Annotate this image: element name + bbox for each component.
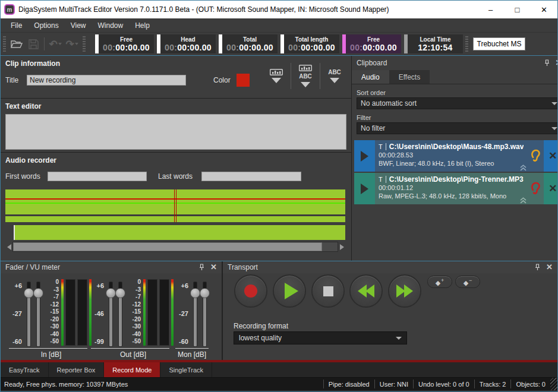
close-panel-icon[interactable]: ✕ (556, 59, 558, 67)
font-selector[interactable]: Trebuchet MS (473, 37, 525, 50)
scrollbar-track[interactable] (12, 242, 338, 252)
marker-plus-icon: ◆+ (436, 277, 444, 287)
ear-icon (531, 182, 541, 195)
save-button[interactable] (25, 36, 42, 52)
close-panel-icon[interactable]: ✕ (210, 264, 217, 271)
fast-forward-button[interactable] (388, 274, 421, 308)
toolbar-grip[interactable] (465, 36, 468, 52)
meter-bar (147, 279, 157, 346)
last-words-input[interactable] (201, 172, 301, 181)
clipboard-item[interactable]: T C:\Users\nin\Desktop\Ping-Trenner.MP3 … (354, 173, 558, 204)
waveform-track-1[interactable] (5, 189, 345, 214)
waveform-display[interactable] (5, 189, 345, 240)
remove-clip-button[interactable]: ✕ (544, 140, 558, 172)
menu-file[interactable]: File (5, 20, 27, 31)
playback-cursor[interactable] (174, 189, 176, 222)
add-marker-button[interactable]: ◆+ (427, 276, 452, 288)
group-label-out: Out [dB] (90, 350, 176, 359)
text-dropdown-button[interactable]: ABC (320, 61, 349, 91)
first-words-label: First words (5, 172, 48, 181)
tab-singletrack[interactable]: SingleTrack (160, 362, 212, 377)
text-editor-area[interactable] (5, 114, 346, 150)
pin-icon[interactable] (199, 264, 204, 271)
monitor-ear-button[interactable] (527, 140, 544, 172)
resize-grip[interactable] (550, 378, 557, 390)
waveform-text-dropdown-button[interactable]: ABC (291, 61, 320, 91)
tab-easytrack[interactable]: EasyTrack (1, 362, 49, 377)
menu-view[interactable]: View (65, 20, 92, 31)
color-swatch[interactable] (237, 74, 250, 87)
redo-button[interactable]: ↷ (64, 36, 80, 52)
status-user: User: NNI (374, 380, 413, 388)
counter-free-remaining: Free00:00:00.00 (342, 34, 401, 53)
open-file-button[interactable] (8, 36, 25, 52)
meter-bar (65, 279, 75, 346)
close-panel-icon[interactable]: ✕ (546, 264, 553, 271)
title-input[interactable] (27, 75, 186, 86)
maximize-button[interactable]: □ (504, 1, 531, 18)
scroll-left-button[interactable] (5, 241, 12, 252)
fader-knob[interactable] (190, 288, 200, 298)
fader-knob[interactable] (115, 288, 125, 298)
meter-bar (77, 279, 87, 346)
play-button[interactable] (273, 274, 306, 308)
play-clip-button[interactable] (354, 173, 375, 204)
monitor-ear-button[interactable] (527, 173, 544, 204)
pin-icon[interactable] (544, 59, 550, 67)
menu-window[interactable]: Window (93, 20, 129, 31)
filter-dropdown[interactable]: No filter (357, 122, 558, 134)
audio-recorder-header: Audio recorder (5, 156, 346, 165)
expand-chevron-icon[interactable] (519, 197, 527, 204)
rewind-button[interactable] (349, 274, 383, 308)
play-icon (361, 151, 368, 162)
minimize-button[interactable]: – (477, 1, 504, 18)
tab-audio[interactable]: Audio (352, 70, 389, 84)
toolbar-grip[interactable] (3, 36, 6, 52)
remove-clip-button[interactable]: ✕ (544, 173, 558, 204)
undo-button[interactable]: ↶ (47, 36, 64, 52)
clip-duration: 00:00:01.12 (379, 184, 524, 192)
fader-knob[interactable] (33, 288, 43, 298)
text-editor-header: Text editor (5, 102, 346, 110)
status-bar: Ready, Free phys. memory: 10397 MBytes P… (1, 378, 557, 390)
fader-knob[interactable] (106, 288, 116, 298)
fader-scale-marks: +6-27-60 (174, 282, 188, 345)
play-clip-button[interactable] (354, 140, 375, 172)
chevron-down-icon (551, 127, 557, 130)
record-button[interactable] (234, 274, 267, 308)
first-words-input[interactable] (48, 172, 147, 181)
scrollbar-thumb[interactable] (13, 242, 322, 251)
toolbar-grip[interactable] (83, 36, 86, 52)
menu-help[interactable]: Help (130, 20, 155, 31)
vu-meters (61, 279, 92, 346)
scroll-right-button[interactable] (338, 241, 345, 252)
clipboard-item[interactable]: T C:\Users\nin\Desktop\Maus-48.mp3.wav 0… (354, 140, 558, 172)
fader-knob[interactable] (200, 288, 210, 298)
waveform-scrollbar[interactable] (5, 241, 345, 252)
waveform-dropdown-button[interactable] (262, 61, 291, 91)
vu-group-mon: +6-27-60 Mon [dB] (174, 273, 210, 360)
counter-total: Total00:00:00.00 (219, 34, 278, 53)
chevron-down-icon (330, 78, 339, 83)
sort-order-dropdown[interactable]: No automatic sort (357, 97, 558, 109)
stop-button[interactable] (311, 274, 345, 308)
fader-scale-marks: +6-27-60 (8, 282, 22, 345)
tab-reporter-box[interactable]: Reporter Box (49, 362, 105, 377)
waveform-track-3[interactable] (14, 225, 345, 240)
titlebar: m DigaSystem MultiTrack Editor Version 7… (1, 1, 557, 18)
clip-information-panel: Clip information Title Color ABC (1, 56, 351, 98)
close-button[interactable]: ✕ (531, 1, 557, 18)
fader-knob[interactable] (24, 288, 34, 298)
tab-record-mode[interactable]: Record Mode (104, 362, 160, 377)
color-label: Color (213, 76, 231, 84)
waveform-icon (270, 69, 283, 75)
recording-format-dropdown[interactable]: lowest quality (234, 331, 407, 344)
clip-duration: 00:00:28.53 (379, 151, 524, 159)
remove-marker-button[interactable]: ◆− (455, 276, 480, 288)
menu-options[interactable]: Options (29, 20, 64, 31)
tab-effects[interactable]: Effects (389, 70, 430, 84)
pin-icon[interactable] (535, 264, 540, 271)
menubar: File Options View Window Help (1, 18, 557, 33)
status-objects: Objects: 0 (510, 380, 550, 388)
expand-chevron-icon[interactable] (519, 165, 527, 171)
